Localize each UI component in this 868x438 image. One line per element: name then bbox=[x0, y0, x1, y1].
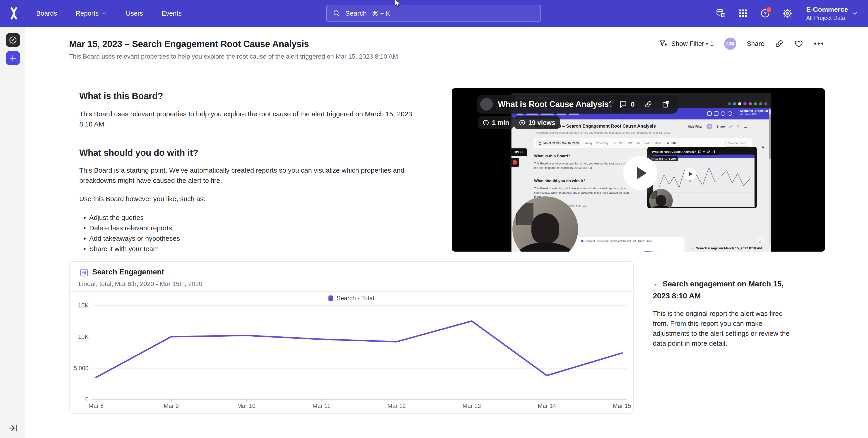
link-icon[interactable] bbox=[644, 100, 652, 108]
report-subtitle: Linear, total, Mar 8th, 2020 - Mar 15th,… bbox=[79, 280, 202, 288]
show-filter-label: Show Filter • 1 bbox=[671, 40, 714, 47]
expand-sidebar-button[interactable] bbox=[8, 423, 18, 433]
settings-gear-icon[interactable] bbox=[782, 8, 793, 19]
intro-bullet: Adjust the queries bbox=[89, 212, 414, 223]
mini-nav-icon bbox=[721, 111, 725, 116]
chart-line-svg bbox=[92, 305, 627, 399]
rail-divider bbox=[0, 420, 25, 420]
nested-video-card: What is Root Cause Analysis? 0 10 sec 1 … bbox=[647, 147, 757, 208]
nav-item-events[interactable]: Events bbox=[161, 10, 182, 17]
nav-item-boards[interactable]: Boards bbox=[36, 10, 57, 17]
mini-side-heading: ← Search usage on March 15, 2023 8:10 AM bbox=[691, 246, 762, 250]
mini-heading-2: What should you do with it? bbox=[534, 179, 586, 183]
discover-button[interactable] bbox=[6, 33, 20, 47]
intro-bullet: Delete less relevant reports bbox=[89, 223, 414, 233]
nested-play-button bbox=[684, 168, 696, 180]
x-tick-mark bbox=[246, 399, 247, 402]
favorite-button[interactable] bbox=[794, 39, 803, 48]
intro-heading-2: What should you do with it? bbox=[79, 148, 414, 158]
chevron-down-icon bbox=[851, 10, 858, 17]
x-tick-mark bbox=[547, 399, 547, 402]
mouse-cursor bbox=[393, 0, 402, 9]
legend-label: Search - Total bbox=[336, 295, 374, 302]
x-tick-label: Mar 9 bbox=[163, 402, 179, 409]
compass-icon bbox=[8, 36, 18, 44]
video-duration-pill: 1 min bbox=[478, 116, 514, 129]
chart-plot-area[interactable] bbox=[92, 305, 627, 400]
chart-legend[interactable]: Search - Total bbox=[69, 295, 633, 302]
nested-video-title: What is Root Cause Analysis? 0 bbox=[649, 148, 718, 155]
intro-bullet: Share it with your team bbox=[89, 244, 414, 254]
intro-bullet: Add takeaways or hypotheses bbox=[89, 233, 414, 244]
legend-swatch bbox=[329, 296, 333, 301]
x-tick-label: Mar 15 bbox=[613, 402, 631, 409]
apps-grid-icon[interactable] bbox=[738, 8, 748, 19]
project-name: E-Commerce bbox=[806, 5, 848, 13]
nav-item-reports[interactable]: Reports bbox=[76, 10, 107, 17]
help-icon[interactable]: ? bbox=[760, 8, 770, 19]
mini-scrollbar-thumb bbox=[769, 114, 771, 159]
video-actions: 0 bbox=[611, 95, 678, 113]
mini-paragraph-1: This Board uses relevant properties to h… bbox=[534, 162, 629, 170]
series-line bbox=[96, 321, 622, 377]
comment-count: 0 bbox=[631, 100, 635, 108]
x-tick-label: Mar 11 bbox=[313, 402, 331, 409]
data-management-icon[interactable] bbox=[716, 8, 726, 19]
mini-board-controls: Hide Filter CM Share 🔗♡… bbox=[688, 124, 747, 129]
aside-body: This is the original report the alert wa… bbox=[653, 309, 800, 348]
video-title: What is Root Cause Analysis? bbox=[498, 100, 614, 109]
top-navbar: Boards Reports Users Events Search ⌘ + K… bbox=[0, 0, 868, 27]
x-tick-mark bbox=[321, 399, 322, 402]
project-switcher[interactable]: E-Commerce All Project Data bbox=[804, 5, 858, 21]
recording-stop-button bbox=[510, 158, 519, 167]
project-scope: All Project Data bbox=[806, 14, 848, 21]
more-options-button[interactable]: ••• bbox=[814, 42, 825, 45]
aside-heading: ← Search engagement on March 15, 2023 8:… bbox=[653, 278, 800, 302]
x-tick-label: Mar 12 bbox=[388, 402, 406, 409]
open-external-icon[interactable] bbox=[662, 100, 670, 108]
x-tick-label: Mar 8 bbox=[89, 402, 103, 409]
intro-paragraph-2: This Board is a starting point. We’ve au… bbox=[79, 165, 414, 186]
recording-timer: 0:08 bbox=[510, 148, 527, 156]
search-input[interactable]: Search ⌘ + K bbox=[326, 5, 541, 22]
nav-item-users[interactable]: Users bbox=[126, 10, 143, 17]
mixpanel-logo-icon[interactable] bbox=[8, 7, 20, 20]
plus-icon bbox=[9, 54, 17, 62]
mini-heading-1: What is this Board? bbox=[534, 154, 570, 158]
play-button[interactable] bbox=[623, 156, 657, 190]
chart-x-axis: Mar 8Mar 9Mar 10Mar 11Mar 12Mar 13Mar 14… bbox=[92, 402, 627, 410]
link-icon bbox=[775, 39, 784, 48]
x-tick-mark bbox=[96, 399, 96, 402]
x-tick-mark bbox=[472, 399, 472, 402]
intro-section: What is this Board? This Board uses rele… bbox=[79, 91, 414, 254]
aside-note: ← Search engagement on March 15, 2023 8:… bbox=[653, 278, 800, 348]
report-card-search-engagement[interactable]: Search Engagement Linear, total, Mar 8th… bbox=[69, 261, 633, 413]
y-tick-label: 0 bbox=[85, 396, 89, 403]
clock-icon bbox=[483, 119, 489, 126]
comment-icon[interactable] bbox=[619, 100, 627, 108]
x-tick-label: Mar 14 bbox=[538, 402, 556, 409]
mini-float-link-icon bbox=[756, 237, 765, 246]
chevron-down-icon bbox=[102, 11, 107, 16]
browser-extensions bbox=[728, 102, 768, 105]
y-tick-label: 10K bbox=[78, 333, 89, 340]
show-filter-button[interactable]: Show Filter • 1 bbox=[658, 39, 714, 48]
avatar[interactable]: CM bbox=[724, 38, 736, 50]
line-chart-icon bbox=[80, 268, 89, 277]
search-placeholder: Search bbox=[345, 9, 367, 17]
x-tick-mark bbox=[171, 399, 172, 402]
share-button[interactable]: Share bbox=[747, 40, 764, 47]
add-button[interactable] bbox=[6, 51, 20, 65]
mini-project: Mixpanel (project 3) All Project Data bbox=[740, 109, 768, 115]
copy-link-button[interactable] bbox=[775, 39, 784, 48]
search-icon bbox=[333, 9, 341, 18]
x-tick-mark bbox=[622, 399, 622, 402]
video-player[interactable]: Mar 15, 2023 - Search Engag… Mixpanel (p… bbox=[452, 88, 825, 251]
mini-report-legend: [Content Discovery] Omnisearch Report Li… bbox=[582, 240, 652, 242]
nested-video-meta: 10 sec 1 view bbox=[649, 156, 678, 161]
video-title-pill: What is Root Cause Analysis? bbox=[477, 95, 622, 113]
y-tick-label: 15K bbox=[78, 302, 89, 309]
video-author-avatar bbox=[480, 98, 493, 111]
page-subtitle: This Board uses relevant properties to h… bbox=[69, 53, 398, 60]
notification-dot bbox=[766, 6, 772, 13]
